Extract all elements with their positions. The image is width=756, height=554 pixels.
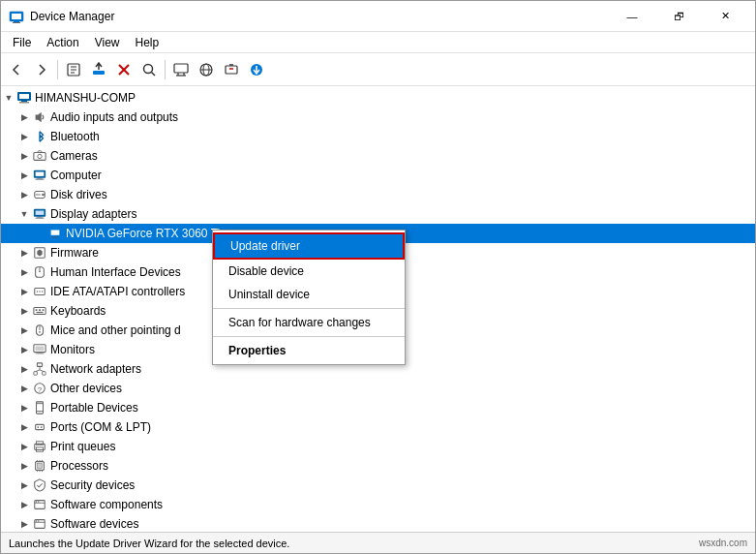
separator-2 <box>165 60 166 79</box>
install-button[interactable] <box>245 58 268 81</box>
portable-expand-icon[interactable]: ▶ <box>16 400 32 416</box>
tree-item-audio[interactable]: ▶ Audio inputs and outputs <box>1 108 755 127</box>
ide-expand-icon[interactable]: ▶ <box>16 284 32 299</box>
svg-rect-25 <box>19 94 29 99</box>
network-icon <box>32 361 47 377</box>
svg-line-69 <box>40 370 44 372</box>
processors-expand-icon[interactable]: ▶ <box>16 458 32 474</box>
bluetooth-expand-icon[interactable]: ▶ <box>16 129 32 144</box>
root-expand-icon[interactable]: ▼ <box>1 90 16 106</box>
svg-rect-56 <box>37 312 44 313</box>
monitors-icon <box>32 342 47 357</box>
firmware-expand-icon[interactable]: ▶ <box>16 245 32 261</box>
svg-rect-26 <box>21 101 27 102</box>
ctx-update-driver[interactable]: Update driver <box>213 232 405 260</box>
firmware-icon <box>32 245 47 261</box>
softcomp-expand-icon[interactable]: ▶ <box>16 497 32 512</box>
print-expand-icon[interactable]: ▶ <box>16 439 32 454</box>
tree-item-ports[interactable]: ▶ Ports (COM & LPT) <box>1 417 755 437</box>
keyboards-expand-icon[interactable]: ▶ <box>16 303 32 319</box>
processors-icon <box>32 458 47 474</box>
back-button[interactable] <box>5 58 28 81</box>
tree-item-softcomp[interactable]: ▶ Software components <box>1 495 755 514</box>
svg-point-59 <box>39 331 41 333</box>
computer-expand-icon[interactable]: ▶ <box>16 168 32 183</box>
svg-point-92 <box>36 501 37 502</box>
tree-item-processors[interactable]: ▶ Processors <box>1 456 755 476</box>
menu-file[interactable]: File <box>5 34 39 51</box>
app-icon <box>9 9 24 24</box>
audio-expand-icon[interactable]: ▶ <box>16 109 32 125</box>
tree-item-bluetooth[interactable]: ▶ Bluetooth <box>1 127 755 146</box>
tree-root[interactable]: ▼ HIMANSHU-COMP <box>1 88 755 108</box>
tree-item-cameras[interactable]: ▶ Cameras <box>1 146 755 166</box>
tree-item-other[interactable]: ▶ ? Other devices <box>1 379 755 398</box>
tree-item-security[interactable]: ▶ Security devices <box>1 476 755 495</box>
network-expand-icon[interactable]: ▶ <box>16 361 32 377</box>
nvidia-label: NVIDIA GeForce RTX 3060 Ti <box>66 227 220 240</box>
keyboards-label: Keyboards <box>50 304 106 318</box>
monitor-button[interactable] <box>169 58 193 81</box>
svg-rect-13 <box>174 64 188 73</box>
tree-item-softdev[interactable]: ▶ Software devices <box>1 514 755 532</box>
mice-expand-icon[interactable]: ▶ <box>16 323 32 338</box>
mice-label: Mice and other pointing d <box>50 323 181 337</box>
svg-rect-64 <box>37 363 42 367</box>
ctx-disable-device[interactable]: Disable device <box>213 260 405 283</box>
close-button[interactable]: ✕ <box>703 1 747 32</box>
menu-view[interactable]: View <box>87 34 128 51</box>
audio-label: Audio inputs and outputs <box>50 110 178 124</box>
minimize-button[interactable]: — <box>610 1 654 32</box>
security-label: Security devices <box>50 478 135 492</box>
ctx-uninstall-device[interactable]: Uninstall device <box>213 283 405 306</box>
monitors-expand-icon[interactable]: ▶ <box>16 342 32 357</box>
ports-expand-icon[interactable]: ▶ <box>16 419 32 435</box>
svg-rect-54 <box>39 309 41 311</box>
menu-action[interactable]: Action <box>39 34 86 51</box>
cameras-label: Cameras <box>50 149 98 163</box>
ctx-properties[interactable]: Properties <box>213 339 405 362</box>
disk-expand-icon[interactable]: ▶ <box>16 187 32 202</box>
toolbar <box>1 53 755 86</box>
ctx-separator-2 <box>213 336 405 337</box>
tree-item-print[interactable]: ▶ Print queues <box>1 437 755 456</box>
svg-rect-28 <box>34 153 45 161</box>
separator-1 <box>57 60 58 79</box>
network-button[interactable] <box>195 58 218 81</box>
ports-label: Ports (COM & LPT) <box>50 420 151 434</box>
menu-help[interactable]: Help <box>128 34 167 51</box>
forward-button[interactable] <box>30 58 53 81</box>
svg-rect-83 <box>37 463 42 468</box>
remove-button[interactable] <box>220 58 243 81</box>
display-icon <box>32 206 47 222</box>
softdev-expand-icon[interactable]: ▶ <box>16 516 32 532</box>
menu-bar: File Action View Help <box>1 32 755 53</box>
ctx-scan-hardware[interactable]: Scan for hardware changes <box>213 311 405 334</box>
svg-rect-31 <box>36 172 45 176</box>
cameras-expand-icon[interactable]: ▶ <box>16 148 32 164</box>
properties-button[interactable] <box>62 58 85 81</box>
scan-button[interactable] <box>137 58 161 81</box>
nvidia-icon <box>47 226 63 241</box>
security-expand-icon[interactable]: ▶ <box>16 477 32 493</box>
tree-item-display[interactable]: ▼ Display adapters <box>1 204 755 224</box>
update-driver-toolbar-button[interactable] <box>87 58 110 81</box>
svg-rect-76 <box>36 424 45 429</box>
mice-icon <box>32 323 47 338</box>
svg-point-29 <box>38 154 42 158</box>
hid-expand-icon[interactable]: ▶ <box>16 264 32 280</box>
other-expand-icon[interactable]: ▶ <box>16 381 32 396</box>
tree-item-computer[interactable]: ▶ Computer <box>1 166 755 185</box>
svg-rect-63 <box>36 354 45 354</box>
uninstall-button[interactable] <box>112 58 136 81</box>
svg-line-12 <box>152 72 156 76</box>
processors-label: Processors <box>50 459 108 473</box>
svg-rect-65 <box>34 372 38 376</box>
display-expand-icon[interactable]: ▼ <box>16 206 32 222</box>
tree-item-disk[interactable]: ▶ Disk drives <box>1 185 755 204</box>
svg-rect-55 <box>43 309 45 311</box>
maximize-button[interactable]: 🗗 <box>656 1 701 32</box>
svg-rect-39 <box>37 217 42 218</box>
status-text: Launches the Update Driver Wizard for th… <box>9 538 699 549</box>
tree-item-portable[interactable]: ▶ Portable Devices <box>1 398 755 417</box>
